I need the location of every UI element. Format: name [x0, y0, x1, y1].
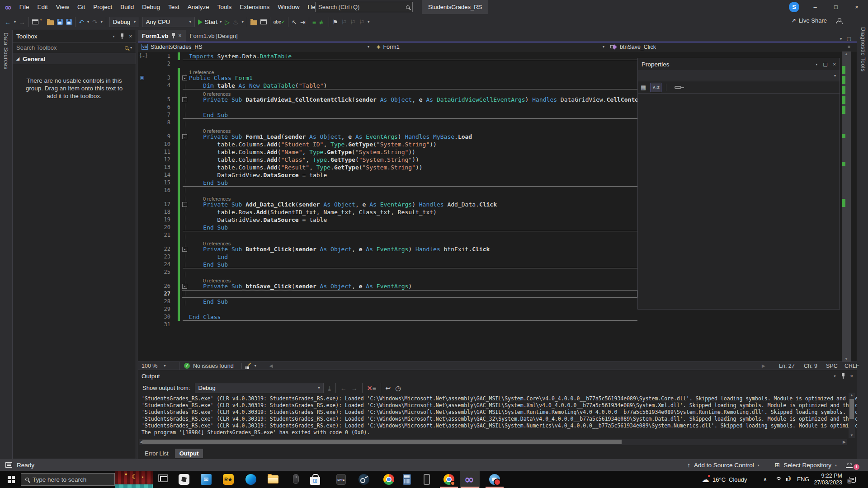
hscroll-left-icon[interactable]: ◀	[269, 363, 273, 368]
next-bookmark-icon[interactable]: ⚐	[350, 17, 356, 27]
output-source-select[interactable]: Debug▾	[195, 383, 324, 393]
chrome-icon[interactable]	[383, 474, 394, 485]
select-repository-button[interactable]: Select Repository	[783, 462, 831, 469]
pin-icon[interactable]	[120, 33, 124, 39]
nav-project-select[interactable]: VB StudentsGrades_RS▾	[138, 42, 373, 51]
float-document-icon[interactable]: ▢	[847, 36, 851, 42]
window-layout-icon[interactable]	[260, 19, 267, 24]
navigate-forward-icon[interactable]: →	[19, 17, 25, 27]
bookmarks-dropdown-icon[interactable]: ▾	[368, 20, 369, 24]
menu-tools[interactable]: Tools	[213, 0, 236, 14]
fold-toggle[interactable]: -	[182, 284, 187, 289]
scrollbar-thumb[interactable]	[142, 440, 622, 444]
calculator-icon[interactable]	[403, 474, 411, 485]
properties-object-select[interactable]: ▾	[638, 70, 840, 81]
previous-bookmark-icon[interactable]: ⚐	[341, 17, 347, 27]
solution-platform-select[interactable]: Any CPU▾	[142, 17, 195, 27]
tool-tab-output[interactable]: Output	[175, 449, 203, 458]
output-vertical-scrollbar[interactable]: ▲ ▼	[849, 393, 855, 438]
spell-check-icon[interactable]: abc✓	[274, 17, 285, 27]
scroll-down-icon[interactable]: ▼	[849, 433, 855, 437]
steam-icon[interactable]	[359, 474, 369, 485]
class-margin-icon[interactable]: ▣	[140, 75, 144, 80]
document-dropdown-icon[interactable]: ▾	[840, 36, 842, 41]
output-log[interactable]: 'StudentsGrades_RS.exe' (CLR v4.0.30319:…	[138, 394, 857, 439]
redo-icon[interactable]: ↷	[92, 17, 98, 27]
space-mode[interactable]: SPC	[826, 362, 838, 370]
editor-vertical-scrollbar[interactable]: ▲ ▼	[842, 52, 851, 361]
uncomment-lines-icon[interactable]: ≢	[319, 17, 326, 27]
undo-dropdown-icon[interactable]: ▾	[87, 20, 89, 24]
scrollbar-thumb[interactable]	[849, 399, 854, 419]
visual-studio-taskbar-icon[interactable]: ∞	[464, 474, 474, 485]
add-to-source-control-button[interactable]: Add to Source Control	[694, 462, 754, 469]
roblox-icon[interactable]	[179, 474, 189, 485]
close-icon[interactable]: ×	[129, 33, 132, 39]
cleanup-dropdown-icon[interactable]: ▾	[255, 364, 256, 368]
close-tab-icon[interactable]: ×	[179, 33, 182, 39]
start-button[interactable]	[8, 476, 15, 483]
language-indicator[interactable]: ENG	[797, 471, 809, 488]
notifications-bell-icon[interactable]	[847, 463, 852, 467]
minimize-button[interactable]: –	[805, 0, 826, 14]
edge-browser-icon[interactable]	[245, 474, 256, 485]
output-horizontal-scrollbar[interactable]: ◀ ▶	[139, 439, 847, 445]
maximize-button[interactable]: □	[826, 0, 846, 14]
weather-tray-item[interactable]: ☁ 16°C Cloudy	[702, 471, 747, 488]
fold-toggle[interactable]: -	[182, 97, 187, 102]
toolbox-search-input[interactable]: Search Toolbox ▾	[13, 42, 136, 53]
menu-git[interactable]: Git	[73, 0, 89, 14]
output-title-bar[interactable]: Output ▾×	[138, 370, 857, 382]
new-project-icon[interactable]	[32, 19, 38, 24]
start-debug-button[interactable]: Start▾	[198, 19, 222, 25]
fold-toggle[interactable]: -	[182, 202, 187, 207]
menu-file[interactable]: File	[15, 0, 33, 14]
nav-member-select[interactable]: btnSave_Click ≡	[608, 42, 857, 51]
previous-message-icon[interactable]: ←	[340, 383, 347, 393]
toolbox-section-general[interactable]: ◢ General	[13, 53, 136, 64]
menu-analyze[interactable]: Analyze	[184, 0, 213, 14]
menu-view[interactable]: View	[52, 0, 73, 14]
scroll-up-icon[interactable]: ▲	[842, 52, 851, 56]
source-control-dropdown-icon[interactable]: ▴	[758, 463, 760, 467]
code-line[interactable]: 30End Class	[138, 313, 857, 321]
property-pages-icon[interactable]	[675, 86, 681, 89]
maximize-panel-icon[interactable]: ▢	[823, 61, 827, 67]
save-all-icon[interactable]	[66, 19, 72, 25]
pin-icon[interactable]	[841, 373, 845, 379]
blue-app-icon[interactable]	[489, 474, 500, 485]
repository-dropdown-icon[interactable]: ▴	[835, 463, 837, 467]
format-indent-icon[interactable]: ⇥	[300, 17, 306, 27]
bookmark-icon[interactable]: ⚑	[332, 17, 338, 27]
volume-icon[interactable]	[786, 471, 793, 488]
clear-all-icon[interactable]: ✕≡	[367, 383, 376, 393]
word-wrap-icon[interactable]: ↩	[386, 383, 391, 393]
code-cleanup-icon[interactable]	[245, 363, 251, 369]
issues-indicator[interactable]: ✓ No issues found ▾ ◀	[184, 362, 273, 370]
categorized-icon[interactable]: ▦	[641, 84, 646, 91]
live-share-button[interactable]: ↗ Live Share	[791, 17, 842, 24]
alphabetical-sort-icon[interactable]: A↓Z	[651, 83, 661, 92]
hscroll-right-icon[interactable]: ▶	[762, 362, 765, 370]
data-sources-side-tab[interactable]: Data Sources	[3, 33, 9, 70]
goto-message-icon[interactable]: ⤓	[328, 383, 331, 393]
zoom-select[interactable]: 100 %▾	[138, 362, 179, 370]
search-options-icon[interactable]: ▾	[130, 46, 132, 50]
solution-configuration-select[interactable]: Debug▾	[109, 17, 139, 27]
clear-bookmarks-icon[interactable]: ⚐	[359, 17, 365, 27]
quick-search-input[interactable]: Search (Ctrl+Q)	[315, 2, 413, 12]
window-position-icon[interactable]: ▾	[113, 34, 115, 38]
pin-icon[interactable]	[172, 33, 175, 38]
wifi-icon[interactable]	[775, 471, 782, 488]
account-avatar[interactable]: S	[789, 2, 799, 12]
fold-toggle[interactable]: -	[182, 134, 187, 139]
pointer-icon[interactable]: ↖	[292, 17, 297, 27]
mouse-settings-icon[interactable]	[293, 474, 299, 484]
phone-icon[interactable]	[424, 474, 430, 485]
rockstar-games-icon[interactable]: R★	[223, 474, 234, 485]
document-tab[interactable]: Form1.vb×	[138, 30, 186, 42]
menu-test[interactable]: Test	[164, 0, 184, 14]
redo-dropdown-icon[interactable]: ▾	[101, 20, 103, 24]
weather-widget[interactable]: ☾ ★ ★	[115, 471, 153, 488]
file-explorer-icon[interactable]	[268, 475, 278, 483]
